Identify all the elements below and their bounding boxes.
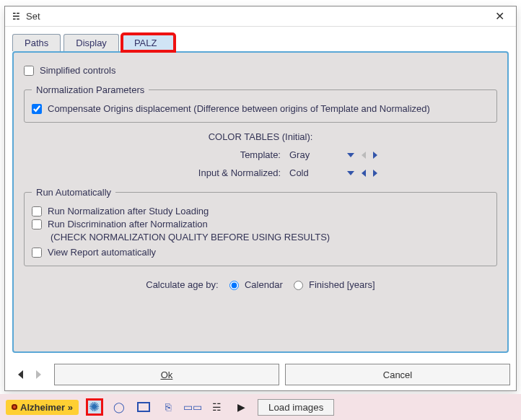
calculate-age-label: Calculate age by: (146, 279, 218, 290)
tape-icon[interactable]: ▭▭ (184, 398, 201, 416)
run-automatically-legend: Run Automatically (32, 187, 115, 198)
input-next-icon[interactable] (373, 170, 377, 177)
run-norm-after-load-input[interactable] (32, 206, 42, 216)
monitor-icon[interactable] (135, 398, 152, 416)
cancel-button[interactable]: Cancel (285, 364, 510, 385)
tab-panel-palz: Simplified controls Normalization Parame… (12, 51, 509, 353)
finished-radio-label: Finished [years] (309, 279, 375, 290)
ok-button[interactable]: Ok (54, 364, 279, 385)
titlebar: ☵ Set ✕ (5, 6, 516, 27)
input-normalized-value: Cold (289, 167, 347, 178)
finished-radio[interactable]: Finished [years] (285, 279, 375, 290)
run-automatically-group: Run Automatically Run Normalization afte… (24, 187, 497, 266)
calendar-radio-input[interactable] (229, 281, 239, 290)
color-tables-heading: COLOR TABLES (Initial): (24, 131, 497, 142)
run-discrim-after-norm-label: Run Discrimination after Normalization (48, 219, 208, 229)
normalization-parameters-legend: Normalization Parameters (32, 84, 149, 95)
set-dialog: ☵ Set ✕ Paths Display PALZ Simplified co… (4, 6, 517, 391)
compensate-origins-input[interactable] (32, 104, 42, 114)
alzheimer-label: Alzheimer » (20, 402, 73, 413)
input-normalized-label: Input & Normalized: (102, 167, 289, 178)
simplified-controls-label: Simplified controls (40, 65, 116, 76)
pi-icon[interactable]: ☵ (209, 398, 226, 416)
gear-icon[interactable]: ✺ (86, 398, 103, 416)
finished-radio-input[interactable] (294, 281, 303, 290)
nav-prev-icon[interactable] (18, 370, 23, 379)
arrow-left-icon[interactable]: ▶ (233, 398, 250, 416)
normalization-parameters-group: Normalization Parameters Compensate Orig… (24, 84, 497, 123)
normalization-quality-warning: (CHECK NORMALIZATION QUALITY BEFORE USIN… (51, 232, 489, 242)
template-label: Template: (102, 149, 289, 160)
app-icon: ☵ (12, 12, 20, 22)
circle-icon[interactable]: ◯ (110, 398, 128, 416)
calendar-radio[interactable]: Calendar (221, 279, 285, 290)
tabbar: Paths Display PALZ (12, 34, 516, 51)
compensate-origins-label: Compensate Origins displacement (Differe… (48, 103, 430, 114)
tab-paths[interactable]: Paths (12, 34, 61, 51)
view-report-checkbox[interactable]: View Report automatically (32, 247, 489, 258)
dialog-bottom-bar: Ok Cancel (11, 364, 510, 385)
template-value: Gray (289, 149, 347, 160)
simplified-controls-checkbox[interactable]: Simplified controls (24, 65, 497, 76)
tab-palz[interactable]: PALZ (122, 34, 175, 51)
input-dropdown-icon[interactable] (347, 171, 354, 175)
input-prev-icon[interactable] (362, 170, 366, 177)
exit-icon[interactable]: ⎘ (159, 398, 177, 416)
tab-display[interactable]: Display (64, 34, 119, 51)
view-report-label: View Report automatically (48, 247, 156, 258)
calculate-age-row: Calculate age by: Calendar Finished [yea… (24, 279, 497, 290)
calendar-radio-label: Calendar (245, 279, 283, 290)
run-norm-after-load-label: Run Normalization after Study Loading (48, 206, 209, 216)
run-discrim-after-norm-input[interactable] (32, 219, 42, 229)
template-next-icon[interactable] (373, 152, 377, 159)
view-report-input[interactable] (32, 248, 42, 258)
template-prev-icon[interactable] (362, 152, 366, 159)
taskbar: Alzheimer » ✺ ◯ ⎘ ▭▭ ☵ ▶ Load images (0, 394, 521, 420)
window-title: Set (26, 11, 491, 22)
status-dot-icon (12, 404, 17, 410)
nav-next-icon[interactable] (36, 370, 41, 379)
load-images-button[interactable]: Load images (258, 399, 334, 416)
alzheimer-button[interactable]: Alzheimer » (6, 400, 79, 415)
run-norm-after-load-checkbox[interactable]: Run Normalization after Study Loading (32, 206, 489, 216)
close-icon[interactable]: ✕ (491, 8, 509, 25)
run-discrim-after-norm-checkbox[interactable]: Run Discrimination after Normalization (32, 219, 489, 229)
compensate-origins-checkbox[interactable]: Compensate Origins displacement (Differe… (32, 103, 489, 114)
color-tables-section: COLOR TABLES (Initial): Template: Gray I… (24, 131, 497, 178)
template-dropdown-icon[interactable] (347, 153, 354, 157)
simplified-controls-input[interactable] (24, 66, 34, 76)
